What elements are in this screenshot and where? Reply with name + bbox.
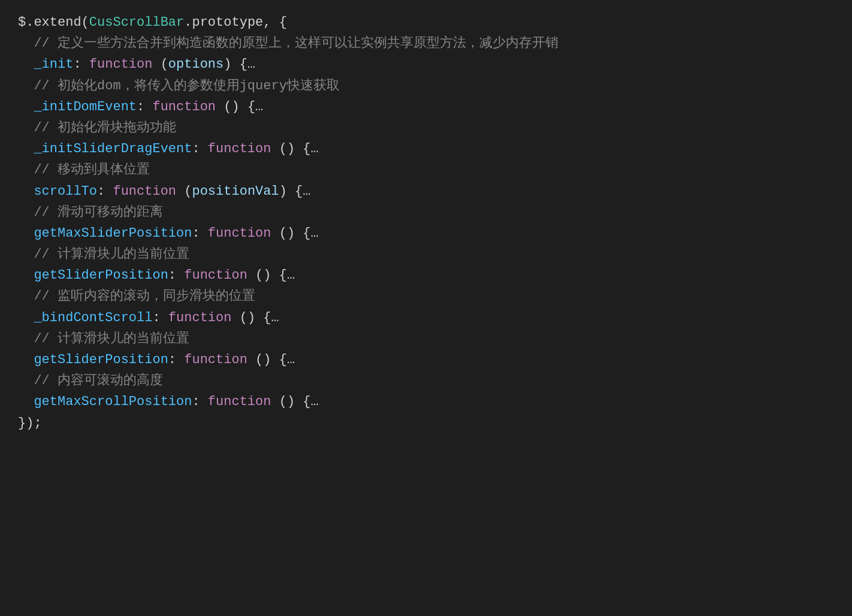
- code-token: getSliderPosition: [34, 352, 168, 367]
- code-token: CusScrollBar: [89, 15, 184, 30]
- code-token: // 监听内容的滚动，同步滑块的位置: [18, 289, 255, 304]
- code-token: [18, 184, 34, 199]
- code-token: () {: [271, 226, 310, 241]
- code-token: () {: [216, 99, 255, 114]
- code-line-line12: // 计算滑块儿的当前位置: [18, 244, 834, 265]
- code-token: // 滑动可移动的距离: [18, 205, 163, 220]
- code-token: });: [18, 416, 42, 431]
- code-token: // 初始化dom，将传入的参数使用jquery快速获取: [18, 78, 340, 93]
- code-line-line13: getSliderPosition: function () {…: [18, 265, 834, 286]
- code-line-line17: getSliderPosition: function () {…: [18, 349, 834, 370]
- code-token: $: [18, 15, 26, 30]
- code-token: function: [168, 310, 232, 325]
- code-line-line5: _initDomEvent: function () {…: [18, 96, 834, 117]
- code-token: …: [311, 226, 319, 241]
- code-token: _init: [34, 57, 73, 72]
- code-line-line16: // 计算滑块儿的当前位置: [18, 328, 834, 349]
- code-token: function: [89, 57, 153, 72]
- code-line-line6: // 初始化滑块拖动功能: [18, 117, 834, 138]
- code-token: // 定义一些方法合并到构造函数的原型上，这样可以让实例共享原型方法，减少内存开…: [18, 36, 558, 51]
- code-token: :: [97, 184, 113, 199]
- code-token: // 内容可滚动的高度: [18, 373, 163, 388]
- code-token: // 计算滑块儿的当前位置: [18, 331, 189, 346]
- code-token: // 计算滑块儿的当前位置: [18, 247, 189, 262]
- code-token: _initDomEvent: [34, 99, 137, 114]
- code-token: function: [208, 141, 271, 156]
- code-token: [18, 57, 34, 72]
- code-token: :: [137, 99, 152, 114]
- code-token: getMaxScrollPosition: [34, 394, 192, 409]
- code-token: getMaxSliderPosition: [34, 226, 192, 241]
- code-token: ) {: [279, 184, 303, 199]
- code-token: :: [73, 57, 89, 72]
- code-token: function: [113, 184, 176, 199]
- code-token: options: [168, 57, 223, 72]
- code-token: .extend(: [26, 15, 89, 30]
- code-token: scrollTo: [34, 184, 97, 199]
- code-token: positionVal: [192, 184, 279, 199]
- code-line-line11: getMaxSliderPosition: function () {…: [18, 223, 834, 244]
- code-line-line9: scrollTo: function (positionVal) {…: [18, 181, 834, 202]
- code-token: // 初始化滑块拖动功能: [18, 120, 176, 135]
- code-token: function: [184, 352, 247, 367]
- code-token: () {: [271, 394, 310, 409]
- code-token: …: [311, 141, 319, 156]
- code-token: :: [152, 310, 168, 325]
- code-line-line1: $.extend(CusScrollBar.prototype, {: [18, 12, 834, 33]
- code-token: (: [176, 184, 192, 199]
- code-token: :: [192, 141, 207, 156]
- code-line-line14: // 监听内容的滚动，同步滑块的位置: [18, 286, 834, 307]
- code-token: ) {: [223, 57, 247, 72]
- code-token: function: [208, 226, 271, 241]
- code-token: () {: [231, 310, 271, 325]
- code-token: [18, 99, 34, 114]
- code-token: [18, 226, 34, 241]
- code-token: _bindContScroll: [34, 310, 152, 325]
- code-token: [18, 394, 34, 409]
- code-line-line10: // 滑动可移动的距离: [18, 202, 834, 223]
- code-line-line19: getMaxScrollPosition: function () {…: [18, 391, 834, 412]
- code-token: [18, 352, 34, 367]
- code-editor: $.extend(CusScrollBar.prototype, { // 定义…: [18, 12, 834, 434]
- code-token: // 移动到具体位置: [18, 162, 150, 177]
- code-token: [18, 141, 34, 156]
- code-line-line20: });: [18, 413, 834, 434]
- code-token: :: [192, 394, 207, 409]
- code-token: :: [168, 352, 184, 367]
- code-token: () {: [247, 352, 287, 367]
- code-line-line2: // 定义一些方法合并到构造函数的原型上，这样可以让实例共享原型方法，减少内存开…: [18, 33, 834, 54]
- code-token: (: [152, 57, 168, 72]
- code-token: getSliderPosition: [34, 268, 168, 283]
- code-token: …: [247, 57, 255, 72]
- code-token: _initSliderDragEvent: [34, 141, 192, 156]
- code-token: …: [271, 310, 279, 325]
- code-line-line7: _initSliderDragEvent: function () {…: [18, 138, 834, 159]
- code-token: …: [311, 394, 319, 409]
- code-token: :: [192, 226, 207, 241]
- code-line-line15: _bindContScroll: function () {…: [18, 307, 834, 328]
- code-token: [18, 310, 34, 325]
- code-line-line4: // 初始化dom，将传入的参数使用jquery快速获取: [18, 76, 834, 96]
- code-token: function: [152, 99, 216, 114]
- code-line-line18: // 内容可滚动的高度: [18, 370, 834, 391]
- code-token: …: [287, 352, 295, 367]
- code-line-line8: // 移动到具体位置: [18, 159, 834, 180]
- code-token: function: [208, 394, 271, 409]
- code-token: …: [303, 184, 310, 199]
- code-token: .prototype, {: [184, 15, 287, 30]
- code-token: …: [287, 268, 295, 283]
- code-token: function: [184, 268, 247, 283]
- code-token: () {: [247, 268, 287, 283]
- code-token: …: [255, 99, 263, 114]
- code-token: [18, 268, 34, 283]
- code-token: :: [168, 268, 184, 283]
- code-line-line3: _init: function (options) {…: [18, 54, 834, 75]
- code-token: () {: [271, 141, 310, 156]
